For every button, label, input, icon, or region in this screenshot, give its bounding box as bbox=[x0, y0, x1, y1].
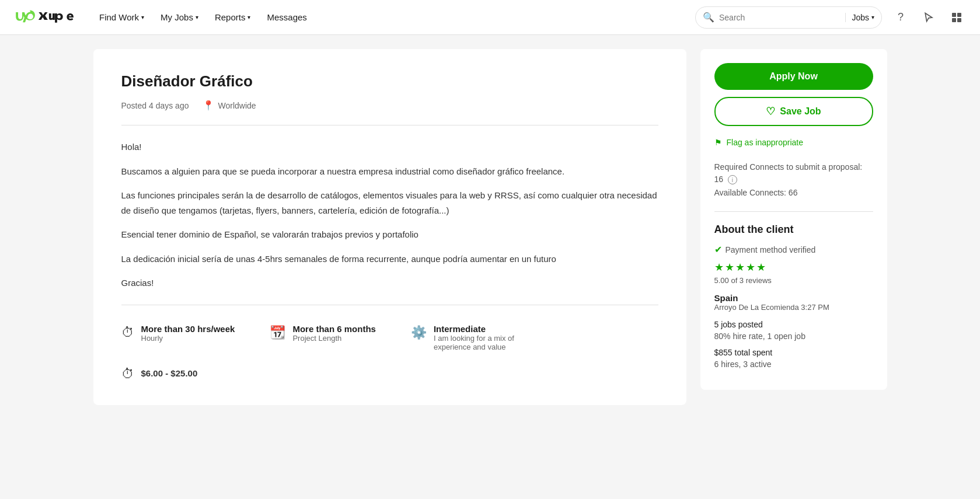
check-icon: ✔ bbox=[714, 244, 722, 255]
connects-section: Required Connects to submit a proposal: … bbox=[714, 161, 873, 197]
level-detail: ⚙️ Intermediate I am looking for a mix o… bbox=[411, 324, 550, 351]
search-icon: 🔍 bbox=[703, 12, 714, 23]
nav-find-work[interactable]: Find Work ▾ bbox=[92, 8, 151, 27]
payment-verified: ✔ Payment method verified bbox=[714, 244, 873, 255]
search-category-dropdown[interactable]: Jobs ▾ bbox=[845, 13, 874, 22]
hire-rate: 80% hire rate, 1 open job bbox=[714, 331, 873, 341]
available-connects-text: Available Connects: 66 bbox=[714, 188, 873, 197]
job-details: ⏱ More than 30 hrs/week Hourly 📆 More th… bbox=[121, 324, 658, 351]
nav-right: 🔍 Jobs ▾ ? bbox=[695, 6, 966, 29]
save-job-button[interactable]: ♡ Save Job bbox=[714, 97, 873, 126]
page-container: Diseñador Gráfico Posted 4 days ago 📍 Wo… bbox=[70, 35, 911, 419]
rating-text: 5.00 of 3 reviews bbox=[714, 276, 873, 285]
sidebar: Apply Now ♡ Save Job ⚑ Flag as inappropr… bbox=[700, 49, 887, 405]
nav-reports[interactable]: Reports ▾ bbox=[208, 8, 258, 27]
total-spent: $855 total spent bbox=[714, 348, 873, 357]
clock-icon: ⏱ bbox=[121, 325, 134, 340]
salary-row: ⏱ $6.00 - $25.00 bbox=[121, 365, 658, 382]
flag-icon: ⚑ bbox=[714, 138, 722, 147]
flag-inappropriate-link[interactable]: ⚑ Flag as inappropriate bbox=[714, 138, 873, 147]
about-client-section: About the client ✔ Payment method verifi… bbox=[714, 211, 873, 369]
client-stats: 5 jobs posted 80% hire rate, 1 open job … bbox=[714, 320, 873, 369]
divider bbox=[121, 125, 658, 125]
navbar: Find Work ▾ My Jobs ▾ Reports ▾ Messages… bbox=[0, 0, 980, 35]
salary-icon: ⏱ bbox=[121, 367, 134, 382]
apply-now-button[interactable]: Apply Now bbox=[714, 63, 873, 90]
jobs-posted: 5 jobs posted bbox=[714, 320, 873, 329]
help-button[interactable]: ? bbox=[891, 8, 910, 27]
divider-2 bbox=[121, 305, 658, 305]
chevron-down-icon: ▾ bbox=[247, 14, 250, 20]
chevron-down-icon: ▾ bbox=[141, 14, 144, 20]
hours-detail: ⏱ More than 30 hrs/week Hourly bbox=[121, 324, 235, 351]
sidebar-inner: Apply Now ♡ Save Job ⚑ Flag as inappropr… bbox=[700, 49, 887, 390]
logo[interactable] bbox=[14, 9, 74, 26]
search-bar[interactable]: 🔍 Jobs ▾ bbox=[695, 6, 882, 29]
required-connects-text: Required Connects to submit a proposal: … bbox=[714, 161, 873, 186]
star-rating: ★ ★ ★ ★ ★ bbox=[714, 261, 873, 274]
cursor-icon[interactable] bbox=[919, 8, 938, 27]
calendar-icon: 📆 bbox=[270, 325, 285, 340]
search-input[interactable] bbox=[719, 13, 845, 22]
job-title: Diseñador Gráfico bbox=[121, 72, 658, 90]
chevron-down-icon: ▾ bbox=[196, 14, 198, 20]
job-meta: Posted 4 days ago 📍 Worldwide bbox=[121, 100, 658, 111]
nav-messages[interactable]: Messages bbox=[260, 8, 313, 27]
grid-menu-button[interactable] bbox=[947, 8, 966, 27]
chevron-down-icon: ▾ bbox=[871, 14, 874, 20]
nav-links: Find Work ▾ My Jobs ▾ Reports ▾ Messages bbox=[92, 8, 695, 27]
hires: 6 hires, 3 active bbox=[714, 360, 873, 369]
main-content: Diseñador Gráfico Posted 4 days ago 📍 Wo… bbox=[93, 49, 686, 405]
posted-date: Posted 4 days ago bbox=[121, 101, 189, 110]
duration-detail: 📆 More than 6 months Project Length bbox=[270, 324, 376, 351]
about-client-title: About the client bbox=[714, 224, 873, 236]
heart-icon: ♡ bbox=[766, 105, 775, 118]
job-description: Hola! Buscamos a alguien para que se pue… bbox=[121, 139, 658, 291]
salary-range: $6.00 - $25.00 bbox=[141, 368, 198, 378]
client-city-time: Arroyo De La Ecomienda 3:27 PM bbox=[714, 303, 873, 312]
location-icon: 📍 bbox=[203, 100, 214, 111]
info-icon[interactable]: i bbox=[728, 175, 737, 184]
client-country: Spain bbox=[714, 293, 873, 303]
job-location: 📍 Worldwide bbox=[203, 100, 256, 111]
level-icon: ⚙️ bbox=[411, 325, 427, 340]
nav-my-jobs[interactable]: My Jobs ▾ bbox=[154, 8, 205, 27]
